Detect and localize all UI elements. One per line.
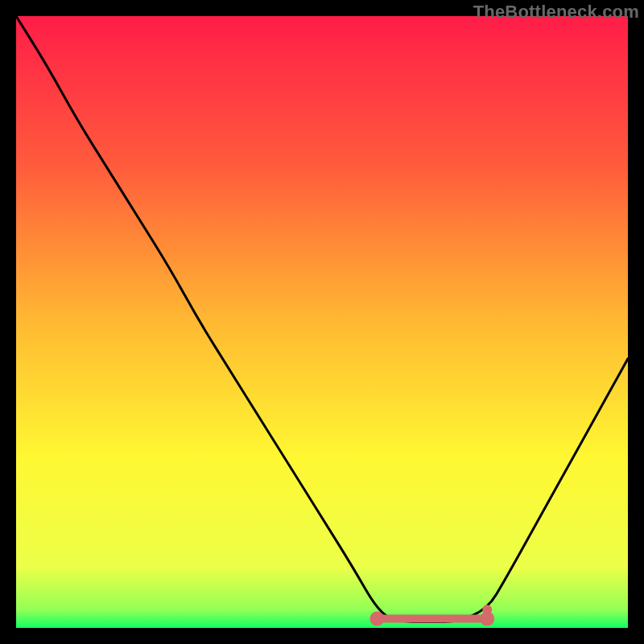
plot-area — [16, 16, 628, 628]
chart-svg — [16, 16, 628, 628]
svg-point-1 — [369, 612, 384, 626]
watermark-text: TheBottleneck.com — [473, 2, 639, 23]
gradient-background — [16, 16, 628, 628]
svg-point-3 — [482, 605, 492, 614]
chart-frame: TheBottleneck.com — [0, 0, 644, 644]
